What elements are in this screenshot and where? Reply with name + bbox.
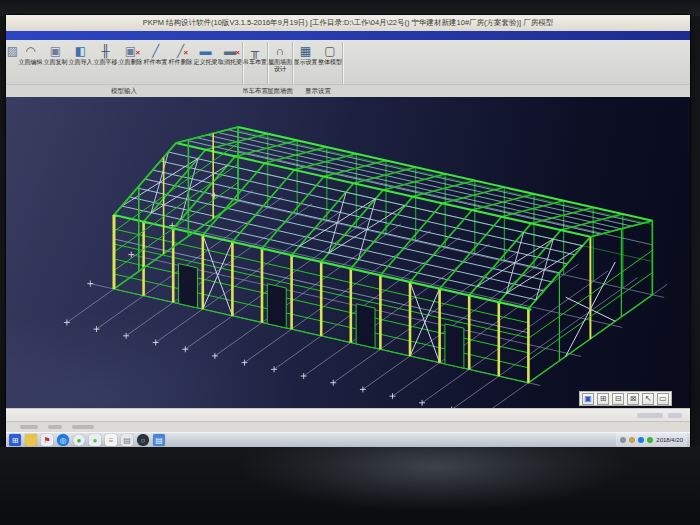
tray-icon[interactable]	[647, 437, 653, 443]
steel-frame-wireframe-model	[6, 97, 690, 408]
tray-date: 2018/4/20	[656, 437, 683, 444]
command-bar[interactable]	[6, 408, 690, 421]
tool-label: 显示设置	[293, 59, 318, 66]
toolbar-button[interactable]: ▬定义托梁	[193, 42, 218, 84]
status-text-blur	[48, 425, 62, 429]
notes-icon[interactable]: ≡	[105, 434, 117, 446]
toolbar-button[interactable]: ◧立面导入	[68, 42, 93, 84]
group-label-model-input: 模型输入	[111, 87, 137, 96]
leaf-app-icon[interactable]: ●	[89, 434, 101, 446]
group-label-display: 显示设置	[305, 87, 331, 96]
delete-x-icon: ×	[136, 45, 141, 60]
windows-taskbar: ⊞⚑◎●●≡▤○▤ 2018/4/20	[6, 432, 690, 447]
menu-bar[interactable]	[6, 31, 690, 40]
browser-360-icon[interactable]: ◎	[57, 434, 69, 446]
tool-label: 整体模型	[318, 59, 343, 66]
pointer-icon[interactable]: ↖	[642, 393, 654, 405]
command-text-blur	[668, 413, 682, 418]
status-text-blur	[72, 425, 94, 429]
tool-icon: ∩	[276, 44, 285, 59]
tool-label: 杆件删除	[168, 59, 193, 66]
pkpm-window: PKPM 结构设计软件(10版V3.1.5-2016年9月19日) [工作目录:…	[6, 15, 690, 447]
tool-icon: ╥	[251, 44, 260, 59]
tool-icon: ╫	[101, 44, 110, 59]
tool-icon: ◠	[25, 44, 35, 59]
zoom-in-icon[interactable]: ⊞	[597, 393, 609, 405]
ribbon-toolbar: ▨◠立面编辑▣立面复制◧立面导入╫立面平移▣×立面删除╱杆件布置╱×杆件删除▬定…	[6, 40, 690, 84]
tool-icon: ▣×	[125, 44, 136, 59]
tray-icon[interactable]	[620, 437, 626, 443]
green-app-icon[interactable]: ●	[73, 434, 85, 446]
toolbar-button[interactable]: ▢整体模型	[318, 42, 343, 84]
zoom-out-icon[interactable]: ⊟	[612, 393, 624, 405]
group-label-roof-wall: 屋面墙面	[267, 87, 293, 96]
window-title: PKPM 结构设计软件(10版V3.1.5-2016年9月19日) [工作目录:…	[143, 18, 554, 28]
tool-label: 立面平移	[93, 59, 118, 66]
tool-label: 立面编辑	[18, 59, 43, 66]
toolbar-button[interactable]: ◠立面编辑	[18, 42, 43, 84]
title-bar: PKPM 结构设计软件(10版V3.1.5-2016年9月19日) [工作目录:…	[6, 15, 690, 31]
status-bar	[6, 421, 690, 432]
toolbar-button[interactable]: ▣立面复制	[43, 42, 68, 84]
tool-label: 吊车布置	[243, 59, 268, 66]
tray-icon[interactable]	[629, 437, 635, 443]
start-icon[interactable]: ⊞	[9, 434, 21, 446]
clipped-icon: ▨	[7, 44, 18, 59]
tool-label: 杆件布置	[143, 59, 168, 66]
view-toolbar: ▣⊞⊟⊠↖▭	[579, 391, 672, 406]
tool-icon: ╱	[152, 44, 159, 59]
toolbar-button[interactable]: ▬×取消托梁	[218, 42, 243, 84]
toolbar-button-clipped[interactable]: ▨	[6, 42, 18, 84]
document-icon[interactable]: ▤	[121, 434, 133, 446]
window-zoom-icon[interactable]: ▭	[657, 393, 669, 405]
group-label-crane: 吊车布置	[242, 87, 268, 96]
save-icon[interactable]: ▣	[582, 393, 594, 405]
tool-icon: ▣	[50, 44, 61, 59]
toolbar-button[interactable]: ╥吊车布置	[243, 42, 268, 84]
folder-icon[interactable]	[25, 434, 37, 446]
command-text-blur	[637, 413, 663, 418]
monitor-bezel	[0, 0, 700, 16]
system-tray: 2018/4/20	[616, 433, 687, 447]
toolbar-button[interactable]: ╱杆件布置	[143, 42, 168, 84]
zoom-extents-icon[interactable]: ⊠	[627, 393, 639, 405]
toolbar-button[interactable]: ▣×立面删除	[118, 42, 143, 84]
toolbar-button[interactable]: ╱×杆件删除	[168, 42, 193, 84]
globe-icon[interactable]: ○	[137, 434, 149, 446]
delete-x-icon: ×	[183, 45, 188, 60]
toolbar-button[interactable]: ╫立面平移	[93, 42, 118, 84]
tool-icon: ▬×	[224, 44, 236, 59]
tool-icon: ▦	[300, 44, 311, 59]
tool-icon: ╱×	[177, 44, 184, 59]
tray-icon[interactable]	[638, 437, 644, 443]
status-text-blur	[20, 425, 38, 429]
delete-x-icon: ×	[235, 45, 240, 60]
desk-background	[0, 447, 700, 525]
tool-label: 立面导入	[68, 59, 93, 66]
toolbar-button[interactable]: ∩屋面墙面设计	[268, 42, 293, 84]
tool-icon: ▢	[324, 44, 335, 59]
tool-icon: ◧	[75, 44, 86, 59]
flag-icon[interactable]: ⚑	[41, 434, 53, 446]
tool-label: 定义托梁	[193, 59, 218, 66]
ribbon-group-labels: 模型输入 吊车布置 屋面墙面 显示设置	[6, 84, 690, 97]
tool-label: 屋面墙面设计	[268, 59, 293, 72]
toolbar-button[interactable]: ▦显示设置	[293, 42, 318, 84]
tool-label: 立面复制	[43, 59, 68, 66]
word-doc-icon[interactable]: ▤	[153, 434, 165, 446]
tool-icon: ▬	[200, 44, 212, 59]
monitor-photo: PKPM 结构设计软件(10版V3.1.5-2016年9月19日) [工作目录:…	[0, 0, 700, 525]
model-canvas[interactable]: ▣⊞⊟⊠↖▭	[6, 97, 690, 408]
